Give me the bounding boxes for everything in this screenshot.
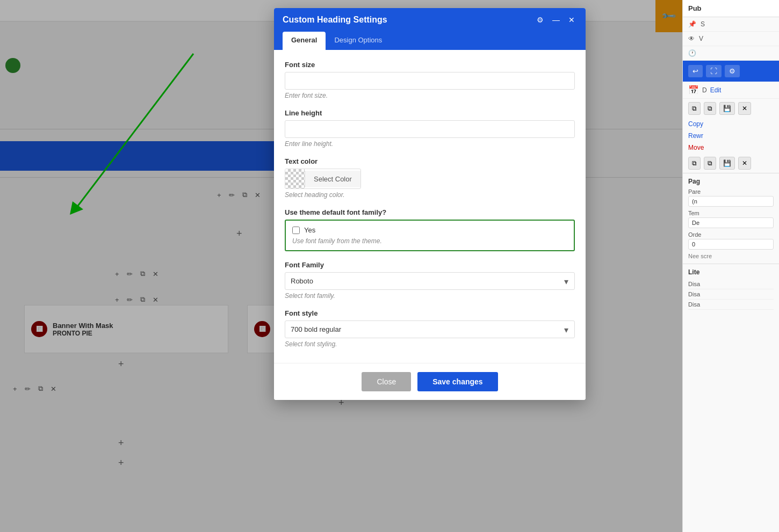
pin-icon: 📌 (688, 20, 696, 28)
modal-title: Custom Heading Settings (283, 15, 387, 25)
color-swatch (285, 169, 305, 188)
lite-title: Lite (688, 268, 774, 276)
modal-close-icon[interactable]: ✕ (566, 14, 577, 25)
right-tools-row-2: ⧉ ⧉ 💾 ✕ (683, 154, 779, 173)
right-icon-row-clock: 🕐 (683, 46, 779, 61)
save-tool-btn[interactable]: 💾 (719, 102, 735, 115)
modal-footer: Close Save changes (274, 363, 586, 400)
font-style-select[interactable]: 700 bold regular 400 regular 300 light 6… (285, 320, 575, 338)
right-icon-row-view: 👁 V (683, 32, 779, 46)
font-family-hint: Select font family. (285, 292, 575, 300)
select-color-label: Select Color (305, 171, 360, 187)
use-theme-font-checkbox[interactable] (292, 227, 300, 234)
text-color-group: Text color Select Color Select heading c… (285, 157, 575, 199)
close2-tool-btn[interactable]: ✕ (738, 157, 751, 170)
paste-tool-btn[interactable]: ⧉ (704, 102, 716, 115)
line-height-hint: Enter line height. (285, 140, 575, 148)
paste2-tool-btn[interactable]: ⧉ (704, 157, 716, 170)
line-height-label: Line height (285, 109, 575, 117)
main-canvas: + ✏ ⧉ ✕ + + ✏ ⧉ ✕ + ✏ ⧉ ✕ 🅿 Banner With … (0, 0, 682, 532)
calendar-edit-row: 📅 D Edit (683, 82, 779, 99)
use-theme-font-row: Yes (292, 226, 567, 234)
line-height-input[interactable] (285, 120, 575, 138)
pub-header: Pub (683, 0, 779, 17)
color-picker-button[interactable]: Select Color (285, 169, 361, 189)
font-style-select-wrapper: 700 bold regular 400 regular 300 light 6… (285, 320, 575, 338)
view-text: V (699, 35, 703, 42)
clock-icon: 🕐 (688, 49, 696, 57)
copy-tool-btn[interactable]: ⧉ (688, 102, 701, 115)
settings-btn[interactable]: ⚙ (725, 65, 740, 77)
tab-general[interactable]: General (283, 32, 326, 50)
page-section-title: Pag (688, 178, 774, 185)
pub-title: Pub (688, 4, 702, 12)
modal-minimize-icon[interactable]: — (550, 14, 562, 25)
lite-item-1: Disa (688, 279, 774, 289)
expand-btn[interactable]: ⛶ (706, 65, 722, 77)
parent-label: Pare (688, 188, 774, 195)
modal-header: Custom Heading Settings ⚙ — ✕ (274, 8, 586, 32)
font-size-hint: Enter font size. (285, 92, 575, 99)
save-changes-button[interactable]: Save changes (417, 372, 497, 391)
need-scroll-text: Nee scre (688, 253, 774, 259)
rewrite-link[interactable]: Rewr (683, 130, 779, 142)
lite-item-3: Disa (688, 300, 774, 310)
font-style-label: Font style (285, 309, 575, 317)
save2-tool-btn[interactable]: 💾 (719, 157, 735, 170)
font-family-label: Font Family (285, 261, 575, 269)
modal-tabs: General Design Options (274, 32, 586, 50)
right-icon-row-pin: 📌 S (683, 17, 779, 32)
copy-link[interactable]: Copy (683, 118, 779, 130)
font-family-group: Font Family Roboto Arial Georgia Verdana… (285, 261, 575, 300)
modal-dialog: Custom Heading Settings ⚙ — ✕ General De… (274, 8, 586, 400)
modal-header-icons: ⚙ — ✕ (535, 14, 577, 25)
checkbox-d-label: D (702, 86, 707, 94)
text-color-label: Text color (285, 157, 575, 165)
view-icon: 👁 (688, 35, 695, 42)
font-family-select-wrapper: Roboto Arial Georgia Verdana (285, 272, 575, 290)
font-size-label: Font size (285, 61, 575, 69)
close-button[interactable]: Close (362, 372, 411, 391)
pin-text: S (701, 20, 705, 28)
font-style-group: Font style 700 bold regular 400 regular … (285, 309, 575, 348)
calendar-icon: 📅 (688, 85, 699, 95)
order-label: Orde (688, 231, 774, 238)
modal-body: Font size Enter font size. Line height E… (274, 50, 586, 363)
tab-design-options[interactable]: Design Options (326, 32, 391, 50)
font-size-group: Font size Enter font size. (285, 61, 575, 99)
close-tool-btn[interactable]: ✕ (738, 102, 751, 115)
lite-section: Lite Disa Disa Disa (683, 264, 779, 314)
move-link[interactable]: Move (683, 142, 779, 154)
font-style-hint: Select font styling. (285, 340, 575, 348)
line-height-group: Line height Enter line height. (285, 109, 575, 148)
page-section: Pag Pare (n Tem De Orde 0 Nee scre (683, 173, 779, 264)
copy2-tool-btn[interactable]: ⧉ (688, 157, 701, 170)
use-theme-font-checkbox-label: Yes (304, 226, 315, 234)
template-label: Tem (688, 210, 774, 216)
text-color-hint: Select heading color. (285, 191, 575, 199)
parent-value: (n (688, 196, 774, 207)
font-size-input[interactable] (285, 72, 575, 90)
use-theme-font-group: Use theme default font family? Yes Use f… (285, 208, 575, 251)
font-family-select[interactable]: Roboto Arial Georgia Verdana (285, 272, 575, 290)
use-theme-font-hint: Use font family from the theme. (292, 237, 567, 245)
right-tools-row-1: ⧉ ⧉ 💾 ✕ (683, 99, 779, 118)
use-theme-font-label: Use theme default font family? (285, 208, 575, 216)
template-value: De (688, 217, 774, 228)
undo-btn[interactable]: ↩ (688, 65, 703, 77)
lite-item-2: Disa (688, 289, 774, 300)
right-panel: Pub 📌 S 👁 V 🕐 ↩ ⛶ ⚙ 📅 D Edit ⧉ ⧉ 💾 ✕ Cop… (682, 0, 779, 532)
use-theme-font-checkbox-area: Yes Use font family from the theme. (285, 220, 575, 251)
right-action-panel: ↩ ⛶ ⚙ (683, 61, 779, 82)
edit-link[interactable]: Edit (710, 86, 722, 94)
order-value: 0 (688, 239, 774, 250)
modal-overlay: Custom Heading Settings ⚙ — ✕ General De… (0, 0, 682, 532)
modal-settings-icon[interactable]: ⚙ (535, 14, 546, 25)
